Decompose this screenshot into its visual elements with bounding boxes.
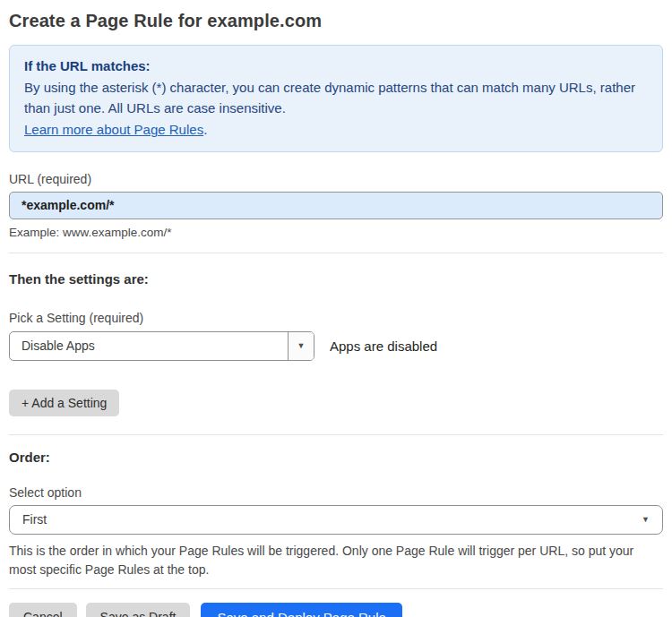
cancel-button[interactable]: Cancel (9, 603, 77, 617)
url-match-info-box: If the URL matches: By using the asteris… (9, 45, 663, 152)
url-input[interactable] (9, 192, 663, 219)
setting-picker-label: Pick a Setting (required) (9, 311, 663, 325)
setting-status-text: Apps are disabled (330, 338, 437, 354)
order-select[interactable]: First ▼ (9, 505, 663, 535)
section-divider (9, 434, 663, 435)
order-select-value: First (22, 512, 47, 527)
footer-divider (9, 588, 663, 589)
info-box-heading: If the URL matches: (24, 56, 648, 77)
order-help-text: This is the order in which your Page Rul… (9, 542, 663, 580)
order-section-heading: Order: (9, 450, 663, 465)
url-field-label: URL (required) (9, 172, 663, 186)
section-divider (9, 253, 663, 253)
order-select-label: Select option (9, 485, 663, 500)
action-buttons-row: Cancel Save as Draft Save and Deploy Pag… (9, 603, 663, 617)
url-example-text: Example: www.example.com/* (9, 226, 663, 239)
settings-section-heading: Then the settings are: (9, 271, 663, 287)
setting-row: Disable Apps ▼ Apps are disabled (9, 331, 663, 361)
link-period: . (203, 122, 207, 137)
chevron-down-icon: ▼ (297, 341, 306, 350)
info-box-link-line: Learn more about Page Rules. (24, 119, 648, 141)
chevron-down-icon: ▼ (642, 515, 650, 524)
save-and-deploy-button[interactable]: Save and Deploy Page Rule (201, 603, 401, 617)
save-as-draft-button[interactable]: Save as Draft (86, 603, 191, 617)
info-box-body: By using the asterisk (*) character, you… (24, 77, 648, 119)
setting-select-value: Disable Apps (10, 332, 288, 360)
learn-more-link[interactable]: Learn more about Page Rules (24, 122, 203, 137)
page-title: Create a Page Rule for example.com (9, 11, 663, 31)
add-setting-button[interactable]: + Add a Setting (9, 390, 119, 416)
setting-select-arrow-button[interactable]: ▼ (288, 332, 314, 360)
setting-select[interactable]: Disable Apps ▼ (9, 331, 314, 361)
